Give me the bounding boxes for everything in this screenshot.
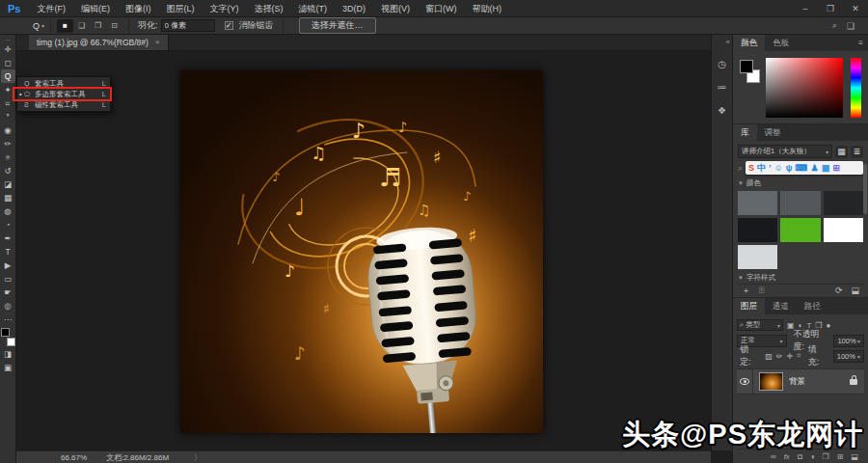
menu-edit[interactable]: 编辑(E) [73,0,118,17]
history-brush-tool[interactable]: ↺ [1,164,15,177]
ime-punctuation-icon[interactable]: ’ [769,161,772,175]
tab-layers[interactable]: 图层 [733,298,765,314]
lock-transparency-icon[interactable]: ▨ [765,352,773,361]
brush-tool[interactable]: ✏ [1,137,15,150]
tab-paths[interactable]: 路径 [797,298,828,314]
clone-stamp-tool[interactable]: ⍟ [1,150,15,164]
tab-channels[interactable]: 通道 [765,298,797,314]
ime-skin-icon[interactable]: ▦ [822,161,830,175]
colors-section-header[interactable]: ▼ 颜色 [738,178,863,189]
tab-adjustments[interactable]: 调整 [757,124,789,141]
panel-menu-icon[interactable]: ≡ [858,39,868,47]
menu-filter[interactable]: 滤镜(T) [290,0,335,17]
toolbar-collapse-icon[interactable]: ‥ [6,35,11,42]
foreground-color-chip[interactable] [740,60,753,73]
menu-3d[interactable]: 3D(D) [335,0,373,17]
menu-image[interactable]: 图像(I) [118,0,159,17]
visibility-toggle[interactable] [737,368,753,395]
lock-paint-icon[interactable]: ✏ [776,352,783,361]
workspace-switcher-icon[interactable]: ❏ [847,21,854,31]
canvas-image[interactable]: ♫ ♪ ♪ ♯ ♪ ♯ ♩ ♪ ♯ ♪ ♬ ♫ ♪ [180,70,543,433]
trash-icon[interactable]: ⬓ [851,286,859,295]
antialias-checkbox[interactable]: ✓ [225,21,233,30]
properties-panel-icon[interactable]: ≔ [718,82,727,93]
tab-swatches[interactable]: 色板 [765,35,797,51]
scrollbar[interactable] [863,164,867,214]
ime-sogou-icon[interactable]: S [748,161,754,175]
feather-input[interactable] [161,19,215,32]
type-tool[interactable]: T [1,245,15,259]
fill-select[interactable]: 100% ▾ [833,350,864,363]
add-content-button[interactable]: ＋ [742,285,750,297]
layer-filter-select[interactable]: ⌕ 类型 ▾ [737,319,783,331]
sync-icon[interactable]: ⟳ [835,286,843,295]
opacity-select[interactable]: 100% ▾ [833,335,864,347]
grid-view-button[interactable]: ▦ [835,146,848,158]
expand-panels-icon[interactable]: « [726,38,730,46]
tab-color[interactable]: 颜色 [733,35,765,51]
zoom-level[interactable]: 66.67% [61,453,87,462]
edit-toolbar-button[interactable]: ⋯ [1,313,15,326]
character-styles-section-header[interactable]: ▼ 字符样式 [738,273,863,284]
upload-button[interactable]: ⍐ [759,286,764,296]
tab-close-icon[interactable]: × [155,38,160,46]
lock-all-icon[interactable]: ⌗ [797,351,801,361]
hue-slider[interactable] [851,58,861,118]
ime-account-icon[interactable]: ♟ [811,161,819,175]
menu-view[interactable]: 视图(V) [373,0,418,17]
menu-file[interactable]: 文件(F) [29,0,73,17]
search-icon[interactable]: ⌕ [832,20,837,31]
photoshop-logo[interactable]: Ps [8,3,20,14]
menu-window[interactable]: 窗口(W) [418,0,465,17]
library-swatch[interactable] [824,218,863,242]
add-to-selection-button[interactable]: ❏ [73,19,90,33]
quick-mask-button[interactable]: ◨ [1,347,15,361]
menu-layer[interactable]: 图层(L) [158,0,202,17]
menu-help[interactable]: 帮助(H) [464,0,509,17]
lasso-tool[interactable]: Q [1,69,15,83]
learn-panel-icon[interactable]: ❖ [718,105,726,116]
library-swatch[interactable] [738,245,777,269]
lock-position-icon[interactable]: ✛ [786,352,793,361]
library-swatch[interactable] [824,191,863,215]
saturation-brightness-picker[interactable] [766,58,843,118]
ime-chinese-icon[interactable]: 中 [757,161,766,175]
close-button[interactable]: ✕ [843,0,868,17]
spot-healing-tool[interactable]: ◉ [1,123,15,137]
layer-row-background[interactable]: 背景 [737,368,864,395]
dodge-tool[interactable]: ◔ [1,218,15,232]
ime-emoji-icon[interactable]: ☺ [774,161,783,175]
library-swatch[interactable] [738,191,777,215]
library-select[interactable]: 讲师介绍1（大灰狼） ▾ [738,145,832,158]
search-icon[interactable]: ⌕ [738,163,743,174]
layer-thumbnail[interactable] [759,372,783,391]
library-swatch[interactable] [738,218,777,242]
rectangle-tool[interactable]: ▭ [1,272,15,286]
pen-tool[interactable]: ✒ [1,232,15,245]
intersect-selection-button[interactable]: ⊡ [106,19,122,33]
tab-libraries[interactable]: 库 [733,124,757,141]
ime-toolbox-icon[interactable]: ⊞ [832,161,840,175]
minimize-button[interactable]: – [793,0,818,17]
ime-voice-icon[interactable]: ψ [786,161,793,175]
hand-tool[interactable]: ☛ [1,286,15,299]
list-view-button[interactable]: ≣ [851,146,863,158]
path-selection-tool[interactable]: ▶ [1,259,15,272]
select-and-mask-button[interactable]: 选择并遮住… [299,17,376,34]
restore-button[interactable]: ❐ [818,0,843,17]
current-tool-icon[interactable]: Q ▾ [33,21,44,31]
marquee-tool[interactable]: ◻ [1,56,15,69]
library-swatch[interactable] [780,218,820,242]
background-color-swatch[interactable] [7,338,15,346]
menu-type[interactable]: 文字(Y) [202,0,246,17]
new-selection-button[interactable]: ■ [57,19,73,33]
menu-select[interactable]: 选择(S) [246,0,290,17]
eyedropper-tool[interactable]: ❜ [1,110,15,123]
zoom-tool[interactable]: ◎ [1,299,15,313]
document-tab[interactable]: timg (1).jpg @ 66.7%(RGB/8#) × [29,34,169,50]
history-panel-icon[interactable]: ◷ [718,59,726,69]
ime-keyboard-icon[interactable]: ⌨ [796,161,808,175]
foreground-background-colors[interactable] [1,328,15,346]
library-swatch[interactable] [780,191,820,215]
move-tool[interactable]: ✛ [1,42,15,56]
